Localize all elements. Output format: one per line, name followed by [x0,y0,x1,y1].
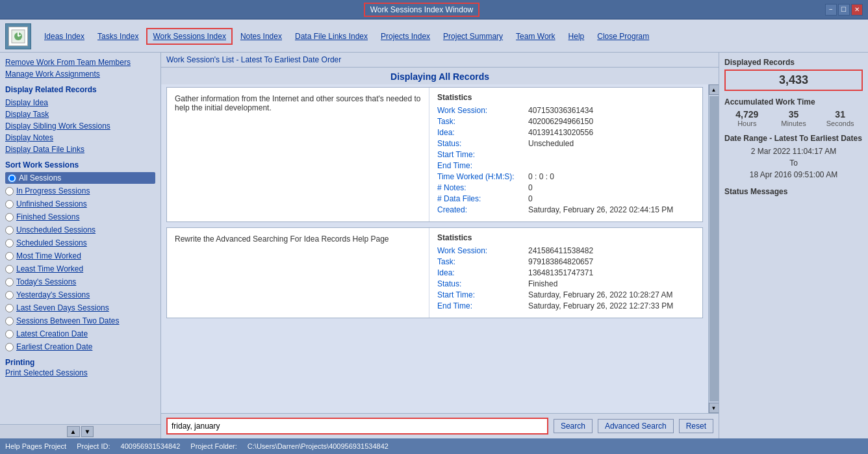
session-card-1[interactable]: Gather information from the Internet and… [166,87,703,222]
radio-latest-creation[interactable]: Latest Creation Date [5,328,155,340]
maximize-button[interactable]: ☐ [838,4,850,16]
menu-ideas-index[interactable]: Ideas Index [39,29,90,44]
menu-project-summary[interactable]: Project Summary [438,29,508,44]
minimize-button[interactable]: − [825,4,837,16]
menu-team-work[interactable]: Team Work [511,29,560,44]
scroll-down-arrow[interactable]: ▼ [81,426,94,437]
display-sibling-link[interactable]: Display Sibling Work Sessions [5,120,155,132]
reset-button[interactable]: Reset [679,419,713,433]
menu-work-sessions-index[interactable]: Work Sessions Index [146,28,233,45]
manage-work-link[interactable]: Manage Work Assignments [5,68,155,80]
menu-notes-index[interactable]: Notes Index [235,29,287,44]
session-stats-2: Statistics Work Session: 241586411538482… [429,228,702,318]
radio-most-time-label[interactable]: Most Time Worked [16,251,81,260]
status-messages-section: Status Messages [724,187,863,196]
radio-finished[interactable]: Finished Sessions [5,211,155,223]
advanced-search-button[interactable]: Advanced Search [598,419,674,433]
search-input[interactable] [166,418,548,435]
stats-label-start-1: Start Time: [437,150,528,159]
menu-data-file-links-index[interactable]: Data File Links Index [290,29,373,44]
stats-label-end-2: End Time: [437,301,528,310]
display-notes-link[interactable]: Display Notes [5,132,155,144]
radio-between-two-label[interactable]: Sessions Between Two Dates [16,316,120,325]
accumulated-work-time-title: Accumulated Work Time [724,97,863,107]
radio-last-seven-label[interactable]: Last Seven Days Sessions [16,303,109,312]
center-panel: Work Session's List - Latest To Earliest… [161,53,719,438]
radio-scheduled-label[interactable]: Scheduled Sessions [16,238,87,247]
close-button[interactable]: ✕ [851,4,863,16]
stats-row-created-1: Created: Saturday, February 26, 2022 02:… [437,205,695,214]
left-panel-scroll: Remove Work From Team Members Manage Wor… [0,53,160,424]
radio-earliest-creation-label[interactable]: Earliest Creation Date [16,342,92,351]
displayed-records-title: Displayed Records [724,58,863,67]
radio-todays[interactable]: Today's Sessions [5,276,155,288]
display-data-file-links-link[interactable]: Display Data File Links [5,144,155,155]
radio-all-sessions[interactable]: All Sessions [5,172,155,184]
stats-label-time-worked-1: Time Worked (H:M:S): [437,172,528,181]
app-icon-inner [8,27,28,46]
stats-label-data-files-1: # Data Files: [437,194,528,203]
list-scroll-up[interactable]: ▲ [709,84,719,95]
stats-row-work-session-1: Work Session: 407153036361434 [437,106,695,115]
stats-label-task-2: Task: [437,257,528,266]
stats-row-time-worked-1: Time Worked (H:M:S): 0 : 0 : 0 [437,172,695,181]
seconds-label: Seconds [817,120,863,127]
menu-projects-index[interactable]: Projects Index [376,29,435,44]
radio-latest-creation-label[interactable]: Latest Creation Date [16,329,88,338]
sort-radio-group: All Sessions In Progress Sessions Unfini… [5,172,155,353]
radio-unscheduled-label[interactable]: Unscheduled Sessions [16,225,96,234]
stats-label-status-1: Status: [437,139,528,148]
stats-title-1: Statistics [437,93,695,102]
scroll-up-arrow[interactable]: ▲ [67,426,80,437]
hours-number: 4,729 [724,109,770,120]
stats-label-status-2: Status: [437,279,528,288]
menu-help[interactable]: Help [563,29,590,44]
list-scroll-down[interactable]: ▼ [709,403,719,413]
display-idea-link[interactable]: Display Idea [5,97,155,108]
radio-between-two[interactable]: Sessions Between Two Dates [5,315,155,327]
menu-tasks-index[interactable]: Tasks Index [92,29,144,44]
title-bar-center: Work Sessions Index Window [364,3,480,17]
search-button[interactable]: Search [554,419,593,433]
radio-least-time[interactable]: Least Time Worked [5,263,155,275]
radio-finished-label[interactable]: Finished Sessions [16,212,79,221]
list-scrollbar[interactable]: ▲ ▼ [708,84,719,413]
radio-all-sessions-label[interactable]: All Sessions [19,173,61,183]
stats-row-data-files-1: # Data Files: 0 [437,194,695,203]
stats-label-idea-1: Idea: [437,128,528,137]
stats-label-idea-2: Idea: [437,268,528,277]
radio-least-time-label[interactable]: Least Time Worked [16,264,83,273]
seconds-number: 31 [817,109,863,120]
radio-unscheduled[interactable]: Unscheduled Sessions [5,224,155,236]
radio-yesterdays[interactable]: Yesterday's Sessions [5,289,155,301]
stats-label-start-2: Start Time: [437,290,528,299]
radio-most-time[interactable]: Most Time Worked [5,250,155,262]
app-icon [5,23,31,49]
remove-work-link[interactable]: Remove Work From Team Members [5,57,155,68]
work-time-grid: 4,729 Hours 35 Minutes 31 Seconds [724,109,863,127]
radio-todays-label[interactable]: Today's Sessions [16,277,76,286]
radio-unfinished-label[interactable]: Unfinished Sessions [16,199,87,208]
radio-unfinished[interactable]: Unfinished Sessions [5,198,155,210]
radio-yesterdays-label[interactable]: Yesterday's Sessions [16,290,90,299]
title-bar-controls: − ☐ ✕ [825,4,863,16]
radio-last-seven[interactable]: Last Seven Days Sessions [5,302,155,314]
stats-value-created-1: Saturday, February 26, 2022 02:44:15 PM [528,205,673,214]
radio-in-progress[interactable]: In Progress Sessions [5,185,155,197]
menu-close-program[interactable]: Close Program [592,29,654,44]
main-window: Ideas Index Tasks Index Work Sessions In… [0,19,868,454]
session-list: Gather information from the Internet and… [161,84,708,413]
radio-earliest-creation[interactable]: Earliest Creation Date [5,341,155,353]
display-task-link[interactable]: Display Task [5,108,155,120]
session-card-2[interactable]: Rewrite the Advanced Searching For Idea … [166,227,703,318]
radio-scheduled[interactable]: Scheduled Sessions [5,237,155,249]
seconds-value: 31 Seconds [817,109,863,127]
radio-in-progress-label[interactable]: In Progress Sessions [16,186,90,195]
stats-row-start-2: Start Time: Saturday, February 26, 2022 … [437,290,695,299]
date-range-to-label: To [724,158,863,168]
list-scroll-thumb[interactable] [709,96,719,401]
print-selected-link[interactable]: Print Selected Sessions [5,367,155,379]
stats-value-task-2: 979183864820657 [528,257,593,266]
status-project-id: 400956931534842 [121,442,181,450]
stats-value-data-files-1: 0 [528,194,533,203]
